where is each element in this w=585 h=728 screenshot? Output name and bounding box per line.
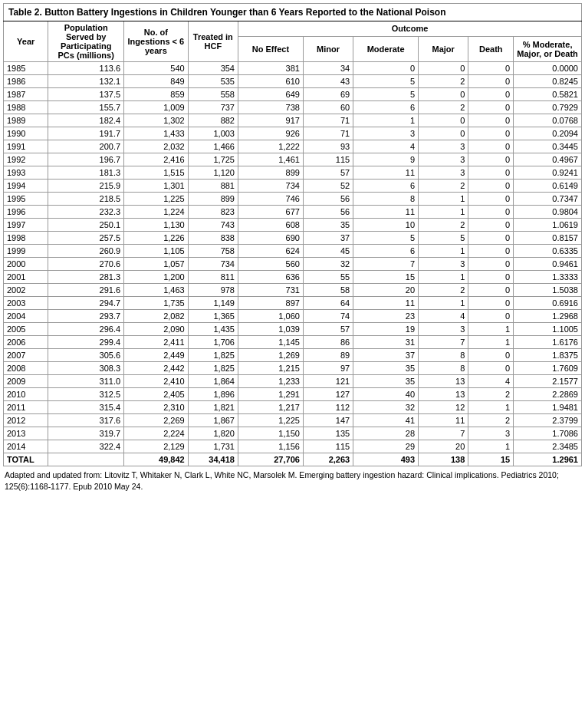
cell: 312.5 [48,388,124,401]
cell: 5 [419,232,468,245]
column-header-row: Year Population Served by Participating … [4,21,582,37]
cell: 41 [353,414,419,427]
cell: 1,130 [124,219,189,232]
cell: 1,224 [124,206,189,219]
cell: 624 [238,245,303,258]
cell: 2,090 [124,323,189,336]
cell: 182.4 [48,114,124,127]
cell: 1,515 [124,166,189,180]
cell: 1,706 [188,336,238,349]
total-population [48,453,124,466]
cell: 299.4 [48,336,124,349]
data-table: Table 2. Button Battery Ingestions in Ch… [3,3,582,466]
cell: 3 [419,166,468,180]
table-row: 1993181.31,5151,1208995711300.9241 [4,166,582,180]
cell: 1.6176 [514,336,582,349]
total-major: 138 [419,453,468,466]
cell: 0 [419,88,468,101]
cell: 0 [468,140,514,153]
cell: 56 [303,193,353,206]
cell: 115 [303,440,353,453]
cell: 0 [468,258,514,271]
cell: 2.2869 [514,388,582,401]
cell: 13 [419,375,468,388]
cell: 74 [303,310,353,323]
cell: 0 [419,127,468,140]
table-row: 2003294.71,7351,1498976411100.6916 [4,297,582,310]
cell: 1,725 [188,153,238,166]
cell: 1 [468,401,514,414]
cell: 58 [303,284,353,297]
cell: 1986 [4,75,48,88]
cell: 20 [353,284,419,297]
cell: 2001 [4,271,48,284]
cell: 1989 [4,114,48,127]
cell: 1,864 [188,375,238,388]
cell: 32 [353,401,419,414]
cell: 917 [238,114,303,127]
cell: 1.2968 [514,310,582,323]
treated-header: Treated in HCF [188,21,238,62]
table-row: 2009311.02,4101,8641,233121351342.1577 [4,375,582,388]
table-row: 2010312.52,4051,8961,291127401322.2869 [4,388,582,401]
cell: 2,224 [124,427,189,440]
cell: 1985 [4,62,48,75]
cell: 1997 [4,219,48,232]
cell: 2002 [4,284,48,297]
cell: 1 [419,271,468,284]
cell: 7 [353,258,419,271]
cell: 69 [303,88,353,101]
cell: 838 [188,232,238,245]
cell: 1,461 [238,153,303,166]
cell: 1 [468,336,514,349]
cell: 2 [419,284,468,297]
cell: 2 [419,219,468,232]
cell: 2 [419,101,468,114]
table-row: 1994215.91,301881734526200.6149 [4,180,582,193]
cell: 2.1577 [514,375,582,388]
cell: 137.5 [48,88,124,101]
cell: 311.0 [48,375,124,388]
cell: 0 [468,271,514,284]
cell: 1,896 [188,388,238,401]
cell: 305.6 [48,349,124,362]
total-row: TOTAL 49,842 34,418 27,706 2,263 493 138… [4,453,582,466]
table-row: 2005296.42,0901,4351,0395719311.1005 [4,323,582,336]
cell: 200.7 [48,140,124,153]
cell: 2014 [4,440,48,453]
cell: 1,433 [124,127,189,140]
cell: 40 [353,388,419,401]
cell: 2 [419,180,468,193]
cell: 899 [188,193,238,206]
cell: 8 [353,193,419,206]
cell: 2.3485 [514,440,582,453]
cell: 315.4 [48,401,124,414]
table-row: 2013319.72,2241,8201,15013528731.7086 [4,427,582,440]
no-effect-header: No Effect [238,36,303,61]
cell: 738 [238,101,303,114]
cell: 2,442 [124,362,189,375]
cell: 11 [353,297,419,310]
cell: 1,269 [238,349,303,362]
cell: 0 [468,75,514,88]
cell: 0 [468,88,514,101]
cell: 3 [419,153,468,166]
cell: 2,129 [124,440,189,453]
cell: 2004 [4,310,48,323]
cell: 317.6 [48,414,124,427]
percent-header: % Moderate, Major, or Death [514,36,582,61]
cell: 1991 [4,140,48,153]
cell: 0 [468,310,514,323]
cell: 1,149 [188,297,238,310]
cell: 1988 [4,101,48,114]
cell: 2 [468,388,514,401]
cell: 8 [419,362,468,375]
cell: 8 [419,349,468,362]
table-row: 1987137.5859558649695000.5821 [4,88,582,101]
cell: 2003 [4,297,48,310]
cell: 11 [353,206,419,219]
cell: 55 [303,271,353,284]
cell: 1998 [4,232,48,245]
cell: 1,009 [124,101,189,114]
cell: 71 [303,127,353,140]
